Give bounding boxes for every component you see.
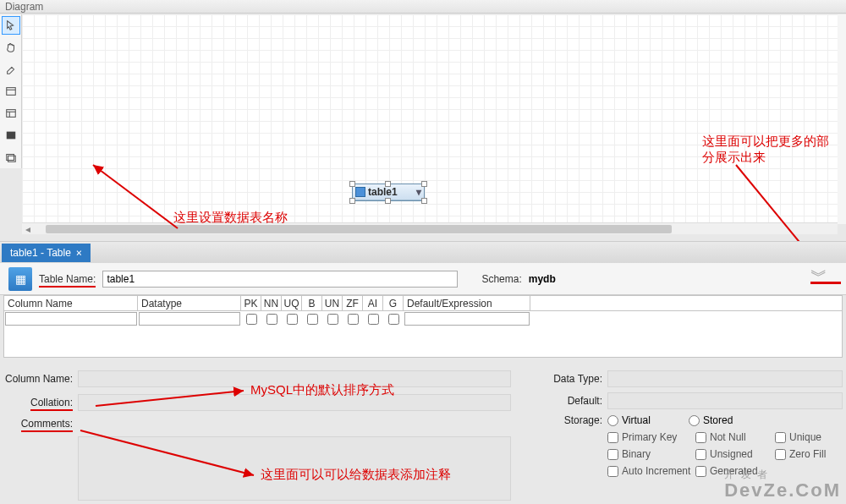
diagram-header: Diagram [0, 0, 846, 14]
stored-radio[interactable] [689, 415, 700, 426]
tab-bar: table1 - Table × [0, 241, 846, 263]
diagram-canvas[interactable]: table1 ▾ [22, 14, 838, 224]
column-details: Column Name: Collation: Comments: Data T… [3, 370, 843, 501]
unsigned-checkbox[interactable] [695, 449, 706, 460]
schema-value: mydb [529, 273, 556, 285]
col-header-ai[interactable]: AI [363, 296, 383, 310]
cell-datatype-input[interactable] [139, 312, 240, 326]
columns-row[interactable] [4, 311, 842, 326]
tab-label: table1 - Table [10, 247, 71, 259]
virtual-radio[interactable] [607, 415, 618, 426]
columns-grid: Column Name Datatype PK NN UQ B UN ZF AI… [3, 295, 843, 358]
col-header-un[interactable]: UN [322, 296, 343, 310]
col-header-zf[interactable]: ZF [343, 296, 363, 310]
cell-name-input[interactable] [5, 312, 137, 326]
svg-rect-5 [7, 132, 16, 140]
new-table-icon[interactable] [2, 82, 20, 101]
data-type-label: Data Type: [545, 373, 602, 385]
col-header-nn[interactable]: NN [261, 296, 282, 310]
new-view-icon[interactable] [2, 104, 20, 123]
data-type-field[interactable] [607, 370, 843, 387]
scrollbar-horizontal[interactable]: ◂ [22, 222, 838, 234]
table-widget-label: table1 [368, 186, 398, 198]
cell-nn-checkbox[interactable] [266, 314, 277, 325]
cell-un-checkbox[interactable] [327, 314, 338, 325]
collation-field[interactable] [78, 394, 511, 411]
zerofill-checkbox[interactable] [775, 449, 786, 460]
default-field[interactable] [607, 392, 843, 409]
unique-checkbox[interactable] [775, 432, 786, 443]
table-name-input[interactable] [102, 271, 458, 288]
pointer-icon[interactable] [2, 16, 20, 35]
not-null-checkbox[interactable] [695, 432, 706, 443]
cell-b-checkbox[interactable] [307, 314, 318, 325]
column-name-field[interactable] [78, 370, 511, 387]
comments-field[interactable] [78, 436, 511, 501]
column-name-label: Column Name: [3, 373, 73, 385]
storage-label: Storage: [545, 414, 602, 426]
schema-label: Schema: [481, 273, 521, 285]
cell-ai-checkbox[interactable] [368, 314, 379, 325]
generated-checkbox[interactable] [695, 466, 706, 477]
cell-g-checkbox[interactable] [388, 314, 399, 325]
col-header-name[interactable]: Column Name [4, 296, 138, 310]
expand-handle[interactable]: ︾ [810, 268, 841, 284]
table-panel-icon: ▦ [8, 267, 32, 291]
comments-label: Comments: [3, 418, 73, 430]
eraser-icon[interactable] [2, 60, 20, 79]
col-header-default[interactable]: Default/Expression [404, 296, 530, 310]
tab-table1[interactable]: table1 - Table × [2, 244, 91, 262]
auto-increment-checkbox[interactable] [607, 466, 618, 477]
default-label: Default: [545, 395, 602, 407]
collation-label: Collation: [3, 397, 73, 408]
close-icon[interactable]: × [76, 247, 82, 259]
table-widget[interactable]: table1 ▾ [352, 184, 425, 201]
table-panel: ▦ Table Name: Schema: mydb [0, 263, 846, 295]
chevron-down-icon[interactable]: ▾ [416, 186, 421, 198]
cell-zf-checkbox[interactable] [348, 314, 359, 325]
cell-uq-checkbox[interactable] [287, 314, 298, 325]
table-name-label: Table Name: [39, 273, 96, 285]
new-routine-icon[interactable] [2, 126, 20, 145]
col-header-uq[interactable]: UQ [282, 296, 302, 310]
hand-icon[interactable] [2, 38, 20, 57]
col-header-datatype[interactable]: Datatype [138, 296, 241, 310]
scrollbar-vertical[interactable] [838, 14, 846, 224]
svg-rect-0 [7, 88, 16, 96]
col-header-b[interactable]: B [302, 296, 322, 310]
binary-checkbox[interactable] [607, 449, 618, 460]
primary-key-checkbox[interactable] [607, 432, 618, 443]
new-layer-icon[interactable] [2, 148, 20, 167]
toolbar [0, 14, 22, 168]
table-icon [355, 187, 365, 197]
svg-rect-2 [7, 110, 16, 118]
cell-default-input[interactable] [404, 312, 530, 326]
columns-header: Column Name Datatype PK NN UQ B UN ZF AI… [4, 296, 842, 311]
cell-pk-checkbox[interactable] [246, 314, 257, 325]
col-header-pk[interactable]: PK [241, 296, 261, 310]
col-header-g[interactable]: G [383, 296, 404, 310]
